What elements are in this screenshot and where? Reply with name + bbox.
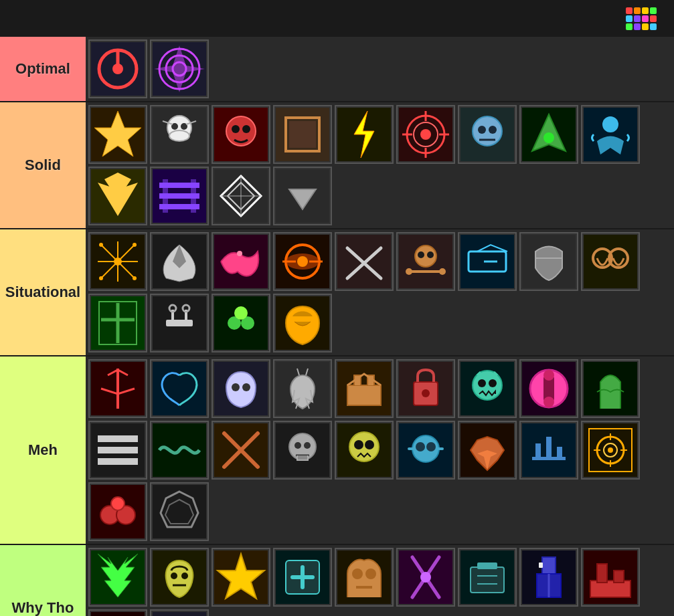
svg-point-58 (133, 243, 137, 247)
demon-icon[interactable] (458, 359, 517, 418)
svg-rect-140 (532, 457, 566, 460)
svg-point-40 (602, 116, 618, 132)
svg-point-34 (473, 116, 502, 146)
hex-icon[interactable] (150, 482, 209, 541)
skull-blue-icon[interactable] (458, 105, 517, 164)
svg-point-110 (478, 379, 486, 387)
trident-icon[interactable] (88, 359, 147, 418)
ghoul-icon[interactable] (150, 548, 209, 607)
svg-point-172 (420, 572, 431, 583)
star-burst-icon[interactable] (88, 105, 147, 164)
structure-icon[interactable] (519, 421, 578, 480)
bullseye-icon[interactable] (88, 609, 147, 616)
tier-items-meh (86, 356, 674, 544)
burst-icon[interactable] (212, 548, 270, 607)
svg-point-167 (352, 569, 363, 579)
shush-icon[interactable] (273, 421, 332, 480)
skull-yellow-icon[interactable] (335, 421, 394, 480)
logo-dot (634, 7, 641, 14)
tools-icon[interactable] (150, 294, 209, 352)
logo-dot (650, 23, 657, 30)
svg-point-137 (426, 442, 436, 451)
svg-point-2 (112, 64, 123, 74)
nature-icon[interactable] (519, 105, 578, 164)
lightning-icon[interactable] (335, 105, 394, 164)
wings-teal-icon[interactable] (150, 359, 209, 418)
bird-icon[interactable] (150, 232, 209, 291)
wave-icon[interactable] (150, 421, 209, 480)
lines-icon[interactable] (88, 421, 147, 480)
ghost-icon[interactable] (212, 359, 270, 418)
svg-point-132 (354, 440, 363, 449)
helmet-icon[interactable] (519, 232, 578, 291)
cross-icon[interactable] (88, 294, 147, 352)
target-icon[interactable] (396, 105, 455, 164)
tier-label-why-tho: Why Tho (0, 545, 86, 616)
svg-rect-119 (98, 435, 138, 442)
pack-icon[interactable] (458, 548, 517, 607)
svg-point-133 (365, 440, 374, 449)
svg-point-129 (304, 442, 311, 449)
svg-point-36 (489, 126, 497, 134)
meditation-icon[interactable] (581, 105, 640, 164)
lion-icon[interactable] (273, 294, 332, 352)
medkit-icon[interactable] (273, 548, 332, 607)
castle-icon[interactable] (335, 359, 394, 418)
diamond-icon[interactable] (212, 167, 270, 225)
piston-icon[interactable] (519, 359, 578, 418)
vortex-icon[interactable] (150, 39, 209, 98)
tiermaker-logo (626, 7, 663, 30)
lotus-icon[interactable] (458, 421, 517, 480)
blades-icon[interactable] (396, 548, 455, 607)
svg-point-75 (439, 268, 446, 275)
svg-point-18 (232, 125, 240, 133)
eye-icon[interactable] (273, 232, 332, 291)
balls-icon[interactable] (88, 482, 147, 541)
snake-icon[interactable] (212, 232, 270, 291)
web-icon[interactable] (88, 232, 147, 291)
eye-orange-icon[interactable] (581, 421, 640, 480)
svg-point-72 (427, 251, 434, 258)
tiers-container: OptimalSolidSituationalMehWhy Tho (0, 37, 674, 616)
power-icon[interactable] (88, 39, 147, 98)
svg-point-63 (237, 251, 242, 256)
crossbones-icon[interactable] (396, 232, 455, 291)
eagle-icon[interactable] (88, 167, 147, 225)
orbs-icon[interactable] (212, 294, 270, 352)
speed-icon[interactable] (458, 232, 517, 291)
svg-point-111 (489, 379, 497, 387)
tree-icon[interactable] (581, 359, 640, 418)
frame-icon[interactable] (273, 105, 332, 164)
tier-row-solid: Solid (0, 102, 674, 229)
squid-icon[interactable] (273, 359, 332, 418)
tier-items-why-tho (86, 545, 674, 616)
fist-icon[interactable] (335, 548, 394, 607)
pattern-icon[interactable] (150, 167, 209, 225)
svg-rect-88 (166, 320, 193, 326)
lock-icon[interactable] (396, 359, 455, 418)
logo-grid (626, 7, 657, 30)
tier-label-meh: Meh (0, 356, 86, 544)
svg-point-159 (181, 573, 188, 579)
svg-point-107 (422, 389, 430, 397)
tier-items-situational (86, 229, 674, 355)
leaves-icon[interactable] (88, 548, 147, 607)
svg-point-71 (418, 251, 424, 258)
svg-rect-120 (98, 447, 138, 453)
owl-icon[interactable] (396, 421, 455, 480)
crossed-swords-icon[interactable] (212, 421, 270, 480)
svg-point-19 (242, 125, 250, 133)
building-icon[interactable] (581, 548, 640, 607)
svg-rect-142 (546, 437, 552, 457)
gears-icon[interactable] (581, 232, 640, 291)
arrow-down-icon[interactable] (273, 167, 332, 225)
suit-icon[interactable] (519, 548, 578, 607)
svg-point-28 (420, 129, 431, 140)
mask-icon[interactable] (150, 105, 209, 164)
skull-red-icon[interactable] (212, 105, 270, 164)
scissors-icon[interactable] (335, 232, 394, 291)
header (0, 0, 674, 37)
svg-rect-192 (153, 612, 206, 616)
svg-point-136 (416, 442, 425, 451)
shield-icon[interactable] (150, 609, 209, 616)
